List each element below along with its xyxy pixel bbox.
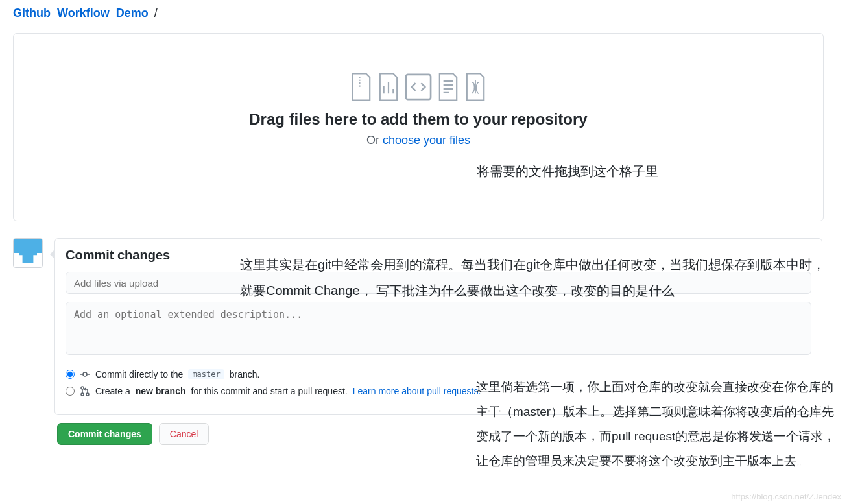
learn-more-link[interactable]: Learn more about pull requests.	[353, 386, 481, 396]
annotation-commit: 这里其实是在git中经常会用到的流程。每当我们在git仓库中做出任何改变，当我们…	[240, 252, 837, 304]
svg-point-3	[81, 393, 84, 396]
avatar	[13, 238, 43, 268]
breadcrumb: Github_Workflow_Demo /	[13, 6, 836, 20]
repo-link[interactable]: Github_Workflow_Demo	[13, 6, 149, 19]
chart-file-icon	[377, 73, 400, 101]
choose-files-link[interactable]: choose your files	[383, 134, 470, 147]
svg-point-1	[83, 372, 87, 376]
dropzone-subtext: Or choose your files	[27, 134, 810, 147]
commit-icon	[80, 369, 90, 379]
zip-file-icon	[350, 73, 373, 101]
annotation-branch: 这里倘若选第一项，你上面对仓库的改变就会直接改变在你仓库的主干（master）版…	[476, 375, 839, 474]
pdf-file-icon	[464, 73, 487, 101]
pull-request-icon	[80, 386, 90, 396]
cancel-button[interactable]: Cancel	[159, 423, 209, 445]
code-file-icon	[404, 73, 433, 101]
radio-newbranch[interactable]	[66, 387, 75, 396]
watermark: https://blog.csdn.net/ZJendex	[731, 492, 841, 501]
dropzone-title: Drag files here to add them to your repo…	[27, 110, 810, 128]
annotation-dropzone: 将需要的文件拖拽到这个格子里	[325, 163, 810, 180]
file-type-icons	[27, 73, 810, 101]
branch-name-badge: master	[188, 369, 224, 379]
breadcrumb-separator: /	[154, 6, 158, 19]
svg-point-4	[86, 393, 89, 396]
commit-description-input[interactable]	[66, 302, 811, 355]
radio-direct[interactable]	[66, 370, 75, 379]
text-file-icon	[436, 73, 460, 101]
file-dropzone[interactable]: Drag files here to add them to your repo…	[13, 33, 824, 221]
svg-point-2	[81, 387, 84, 389]
commit-button[interactable]: Commit changes	[57, 423, 152, 445]
svg-rect-0	[406, 75, 431, 99]
